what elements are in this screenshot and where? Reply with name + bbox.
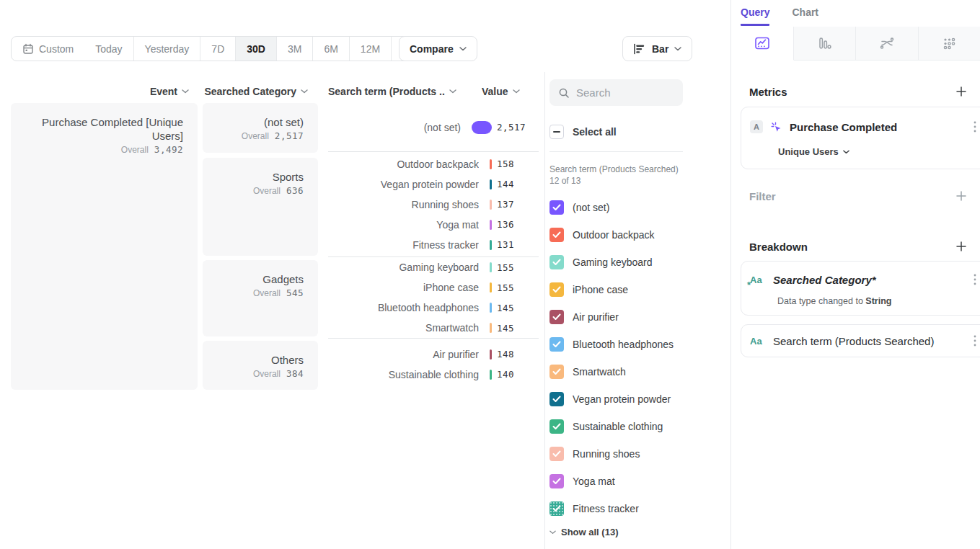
checkbox[interactable] (549, 310, 564, 324)
chevron-down-icon (549, 530, 556, 535)
value-row-label: Air purifier (328, 349, 479, 360)
check-icon (552, 259, 561, 266)
column-header-value[interactable]: Value (482, 84, 532, 99)
filter-search[interactable] (549, 79, 683, 106)
value-row[interactable]: iPhone case 155 (328, 277, 539, 298)
value-row[interactable]: Yoga mat 136 (328, 215, 539, 235)
chevron-down-icon (449, 89, 456, 94)
category-block-gadgets[interactable]: Gadgets Overall545 (203, 260, 318, 336)
filter-checkbox-item[interactable]: (not set) (549, 194, 708, 221)
select-all-label: Select all (573, 126, 617, 138)
value-row-label: Gaming keyboard (328, 262, 479, 273)
checkbox[interactable] (549, 337, 564, 352)
tab-query[interactable]: Query (741, 6, 769, 26)
value-row[interactable]: Sustainable clothing 140 (328, 365, 539, 385)
breakdown-card-searched-category[interactable]: *Aa Searched Category* Data type changed… (741, 261, 980, 316)
category-block-others[interactable]: Others Overall384 (203, 341, 318, 390)
string-type-icon: *Aa (750, 274, 766, 285)
report-type-insights[interactable] (731, 27, 794, 61)
checkbox[interactable] (549, 282, 564, 297)
category-block-not-set[interactable]: (not set) Overall2,517 (203, 103, 318, 153)
value-row[interactable]: Bluetooth headphones 145 (328, 298, 539, 318)
date-range-option[interactable]: 30D (235, 37, 276, 61)
breakdown-title: Searched Category* (773, 274, 965, 286)
filter-checkbox-item[interactable]: Gaming keyboard (549, 249, 708, 276)
value-row[interactable]: Fitness tracker 131 (328, 235, 539, 255)
filter-checkbox-item[interactable]: Outdoor backpack (549, 221, 708, 249)
compare-button[interactable]: Compare (399, 36, 477, 61)
filter-checkbox-item[interactable]: Fitness tracker (549, 495, 708, 522)
chart-type-button[interactable]: Bar (622, 36, 692, 61)
metric-menu-button[interactable] (972, 120, 978, 134)
breakdown-menu-button[interactable] (972, 334, 978, 348)
chevron-down-icon (843, 150, 849, 154)
filter-checkbox-item[interactable]: Running shoes (549, 440, 708, 468)
filter-checkbox-item[interactable]: Bluetooth headphones (549, 331, 708, 358)
filter-checkbox-item[interactable]: Air purifier (549, 303, 708, 331)
checkbox[interactable] (549, 392, 564, 406)
category-block-sports[interactable]: Sports Overall636 (203, 158, 318, 256)
value-row-label: Fitness tracker (328, 239, 479, 251)
calendar-icon (22, 43, 34, 55)
add-filter-button[interactable] (955, 190, 967, 202)
column-header-searched-category[interactable]: Searched Category (203, 84, 308, 99)
checkbox[interactable] (549, 447, 564, 461)
date-range-option[interactable]: 3M (276, 37, 312, 61)
filter-checkbox-item[interactable]: Sustainable clothing (549, 413, 708, 440)
bar-chart-icon (633, 43, 646, 55)
value-row-number: 145 (497, 323, 539, 334)
tab-chart[interactable]: Chart (792, 6, 818, 26)
value-row[interactable]: Vegan protein powder 144 (328, 174, 539, 195)
filter-checkbox-item[interactable]: Vegan protein powder (549, 385, 708, 413)
report-type-retention[interactable] (919, 27, 980, 61)
filter-checkbox-item[interactable]: Yoga mat (549, 468, 708, 495)
breakdown-heading: Breakdown (749, 241, 808, 253)
flows-icon (878, 35, 896, 52)
value-row[interactable]: (not set) 2,517 (328, 117, 539, 138)
value-row[interactable]: Air purifier 148 (328, 344, 539, 365)
search-input[interactable] (576, 86, 670, 99)
date-range-option[interactable]: Yesterday (133, 37, 200, 61)
value-row-number: 131 (497, 239, 539, 250)
checkbox[interactable] (549, 365, 564, 379)
metric-card[interactable]: A Purchase Completed Unique Users (741, 107, 980, 169)
date-range-option[interactable]: 6M (312, 37, 348, 61)
value-row[interactable]: Smartwatch 145 (328, 318, 539, 338)
filter-item-label: Yoga mat (573, 476, 615, 487)
filter-item-label: Bluetooth headphones (573, 339, 674, 350)
value-row-label: Smartwatch (328, 322, 479, 334)
select-all-checkbox[interactable] (549, 125, 564, 139)
event-overall: Overall3,492 (19, 144, 183, 155)
checkbox[interactable] (549, 501, 564, 516)
checkbox[interactable] (549, 419, 564, 434)
value-row[interactable]: Running shoes 137 (328, 195, 539, 215)
breakdown-card-search-term[interactable]: Aa Search term (Products Searched) (741, 324, 980, 357)
funnels-icon (816, 35, 833, 52)
kebab-icon (974, 335, 976, 347)
event-block[interactable]: Purchase Completed [Unique Users] Overal… (11, 103, 198, 390)
value-bar (490, 240, 492, 250)
plus-icon (955, 241, 967, 252)
show-all-button[interactable]: Show all (13) (549, 527, 618, 537)
filter-checkbox-item[interactable]: iPhone case (549, 276, 708, 303)
date-range-custom[interactable]: Custom (12, 37, 84, 61)
column-header-event[interactable]: Event (11, 84, 189, 99)
checkbox[interactable] (549, 228, 564, 242)
date-range-option[interactable]: 12M (349, 37, 391, 61)
select-all[interactable]: Select all (549, 125, 617, 139)
breakdown-menu-button[interactable] (972, 272, 978, 287)
date-range-option[interactable]: Today (84, 37, 133, 61)
filter-checkbox-item[interactable]: Smartwatch (549, 358, 708, 385)
checkbox[interactable] (549, 474, 564, 488)
value-row[interactable]: Outdoor backpack 158 (328, 154, 539, 174)
add-breakdown-button[interactable] (955, 241, 967, 252)
report-type-funnels[interactable] (794, 27, 857, 61)
date-range-option[interactable]: 7D (200, 37, 235, 61)
column-header-search-term[interactable]: Search term (Products ... (328, 84, 456, 99)
checkbox[interactable] (549, 200, 564, 215)
metric-aggregation-selector[interactable]: Unique Users (778, 146, 980, 157)
value-row[interactable]: Gaming keyboard 155 (328, 257, 539, 277)
add-metric-button[interactable] (955, 86, 967, 97)
checkbox[interactable] (549, 255, 564, 269)
report-type-flows[interactable] (856, 27, 919, 61)
